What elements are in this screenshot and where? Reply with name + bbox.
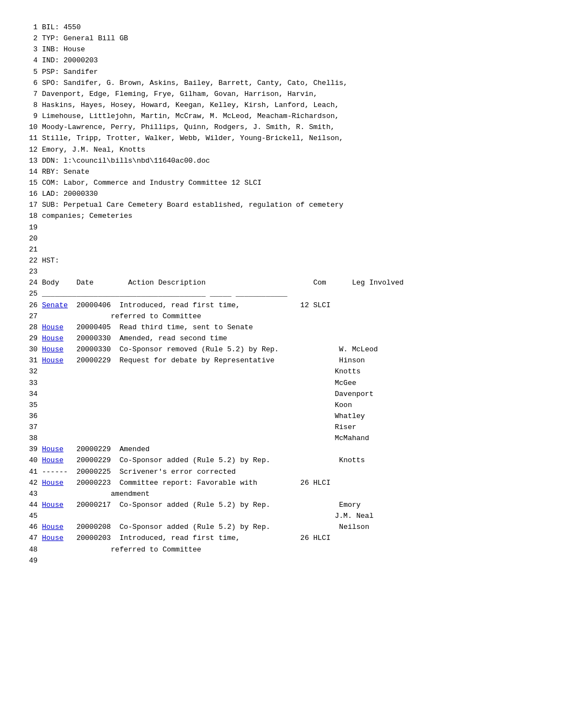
history-date: 20000203 xyxy=(76,534,110,542)
line-content: ------ 20000225 Scrivener's error correc… xyxy=(42,467,541,478)
line-content xyxy=(42,555,541,566)
line: 32 Knotts xyxy=(22,366,541,377)
history-leg: Hinson xyxy=(339,356,365,365)
line-number: 33 xyxy=(22,378,38,389)
history-com: 26 HLCI xyxy=(300,479,339,487)
history-com xyxy=(300,445,339,453)
line: 37 Riser xyxy=(22,422,541,433)
line-content: referred to Committee xyxy=(42,311,541,322)
line-number: 31 xyxy=(22,355,38,366)
line-content: Stille, Tripp, Trotter, Walker, Webb, Wi… xyxy=(42,133,541,144)
history-date: 20000229 xyxy=(76,456,110,464)
field-value: l:\council\bills\nbd\11640ac00.doc xyxy=(63,157,210,165)
history-action: Co-Sponsor removed (Rule 5.2) by Rep. xyxy=(119,345,300,354)
line: 39House 20000229 Amended xyxy=(22,444,541,455)
line: 23 xyxy=(22,266,541,277)
body-link[interactable]: House xyxy=(42,479,63,487)
field-value: Perpetual Care Cemetery Board establishe… xyxy=(63,201,343,209)
line-number: 8 xyxy=(22,100,38,111)
line: 15COM: Labor, Commerce and Industry Comm… xyxy=(22,178,541,189)
history-com xyxy=(300,501,339,509)
line-number: 18 xyxy=(22,211,38,222)
line-number: 24 xyxy=(22,277,38,288)
field-label: HST: xyxy=(42,256,63,265)
line: 20 xyxy=(22,233,541,244)
field-value: 4550 xyxy=(63,23,81,31)
body-link[interactable]: House xyxy=(42,501,63,509)
line-number: 16 xyxy=(22,189,38,200)
line-content: DDN: l:\council\bills\nbd\11640ac00.doc xyxy=(42,156,541,167)
line: 29House 20000330 Amended, read second ti… xyxy=(22,333,541,344)
line-number: 10 xyxy=(22,122,38,133)
line: 18companies; Cemeteries xyxy=(22,211,541,222)
line: 49 xyxy=(22,555,541,566)
line-content: Riser xyxy=(42,422,541,433)
history-date: 20000229 xyxy=(76,445,110,453)
line: 44House 20000217 Co-Sponsor added (Rule … xyxy=(22,500,541,511)
line-number: 49 xyxy=(22,555,38,566)
line: 47House 20000203 Introduced, read first … xyxy=(22,533,541,544)
history-body: Senate xyxy=(42,301,68,309)
line: 7Davenport, Edge, Fleming, Frye, Gilham,… xyxy=(22,89,541,100)
line-content: Senate 20000406 Introduced, read first t… xyxy=(42,300,541,311)
line-content: House 20000203 Introduced, read first ti… xyxy=(42,533,541,544)
line-content: Davenport xyxy=(42,389,541,400)
line: 11Stille, Tripp, Trotter, Walker, Webb, … xyxy=(22,133,541,144)
body-link[interactable]: House xyxy=(42,323,63,331)
body-link[interactable]: House xyxy=(42,345,63,354)
line: 43 amendment xyxy=(22,489,541,500)
body-link[interactable]: House xyxy=(42,445,63,453)
line: 1BIL: 4550 xyxy=(22,22,541,33)
line-content: McGee xyxy=(42,378,541,389)
line: 22HST: xyxy=(22,255,541,266)
line: 25______________________________________… xyxy=(22,288,541,299)
line-content: COM: Labor, Commerce and Industry Commit… xyxy=(42,178,541,189)
line: 24Body Date Action Description Com Leg I… xyxy=(22,277,541,288)
body-link[interactable]: House xyxy=(42,523,63,531)
line: 5PSP: Sandifer xyxy=(22,67,541,78)
line-number: 38 xyxy=(22,433,38,444)
history-com xyxy=(300,456,339,464)
line: 38 McMahand xyxy=(22,433,541,444)
line: 45 J.M. Neal xyxy=(22,511,541,522)
body-link[interactable]: House xyxy=(42,534,63,542)
body-link[interactable]: House xyxy=(42,456,63,464)
history-date: 20000330 xyxy=(76,334,110,342)
line-number: 29 xyxy=(22,333,38,344)
body-link[interactable]: Senate xyxy=(42,301,68,309)
history-action: Introduced, read first time, xyxy=(119,534,300,542)
field-label: INB: xyxy=(42,45,63,53)
line: 3INB: House xyxy=(22,44,541,55)
line: 14RBY: Senate xyxy=(22,167,541,178)
line-number: 37 xyxy=(22,422,38,433)
line-content: TYP: General Bill GB xyxy=(42,33,541,44)
line: 26Senate 20000406 Introduced, read first… xyxy=(22,300,541,311)
line-content: House 20000229 Co-Sponsor added (Rule 5.… xyxy=(42,455,541,466)
line: 13DDN: l:\council\bills\nbd\11640ac00.do… xyxy=(22,156,541,167)
line-number: 28 xyxy=(22,322,38,333)
line-content xyxy=(42,222,541,233)
line: 17SUB: Perpetual Care Cemetery Board est… xyxy=(22,200,541,211)
history-leg: W. McLeod xyxy=(339,345,378,354)
line: 4IND: 20000203 xyxy=(22,55,541,66)
body-link[interactable]: House xyxy=(42,334,63,342)
line-number: 6 xyxy=(22,78,38,89)
history-com xyxy=(300,334,339,342)
history-action: Co-Sponsor added (Rule 5.2) by Rep. xyxy=(119,456,300,464)
line-content xyxy=(42,266,541,277)
field-value: Sandifer, G. Brown, Askins, Bailey, Barr… xyxy=(63,79,348,87)
line-content: House 20000405 Read third time, sent to … xyxy=(42,322,541,333)
line-number: 3 xyxy=(22,44,38,55)
line-content xyxy=(42,244,541,255)
history-leg: Emory xyxy=(339,501,360,509)
line-content xyxy=(42,233,541,244)
body-link[interactable]: House xyxy=(42,356,63,365)
line-content: Limehouse, Littlejohn, Martin, McCraw, M… xyxy=(42,111,541,122)
line-content: Emory, J.M. Neal, Knotts xyxy=(42,144,541,156)
field-value: Labor, Commerce and Industry Committee 1… xyxy=(63,179,262,187)
line: 31House 20000229 Request for debate by R… xyxy=(22,355,541,366)
line: 28House 20000405 Read third time, sent t… xyxy=(22,322,541,333)
line-content: ______________________________________ _… xyxy=(42,288,541,299)
line-content: referred to Committee xyxy=(42,544,541,555)
history-action: Co-Sponsor added (Rule 5.2) by Rep. xyxy=(119,523,300,531)
